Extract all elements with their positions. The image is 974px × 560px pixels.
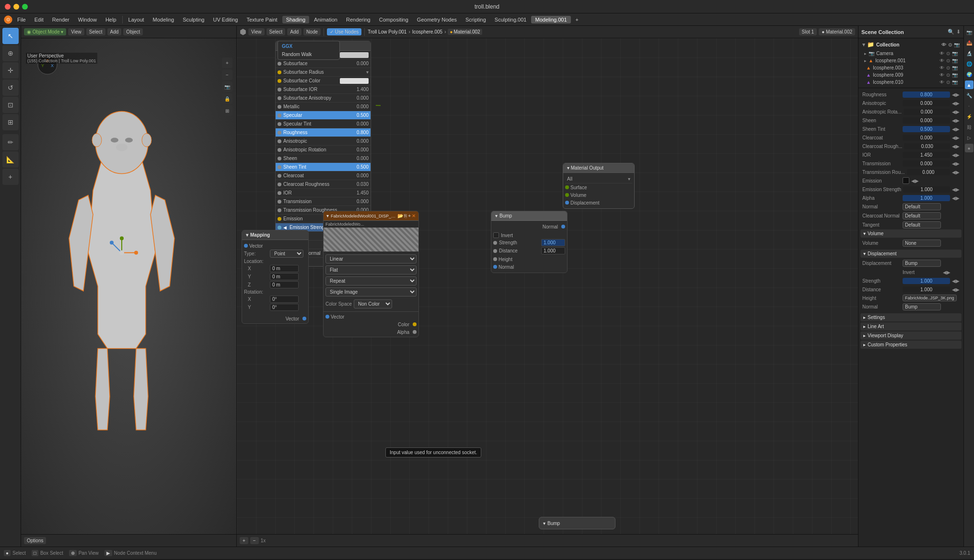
prop-clearcoat[interactable]: Clearcoat 0.000 ◀▶ <box>860 133 962 142</box>
prop-emission[interactable]: Emission ◀▶ <box>860 176 962 185</box>
rtool-modifiers[interactable]: 🔧 <box>965 91 974 100</box>
prop-anisotropic-rot[interactable]: Anisotropic Rota... 0.000 ◀▶ <box>860 107 962 116</box>
bump-strength-input[interactable] <box>541 239 565 246</box>
mat-all-row[interactable]: All ▾ <box>565 175 632 183</box>
disp-strength-value[interactable]: 1.000 <box>903 278 950 284</box>
bsdf-row-specular-tint[interactable]: Specular Tint 0.000 <box>276 120 371 128</box>
custom-properties-section-header[interactable]: ▸ Custom Properties <box>860 341 962 349</box>
workspace-compositing[interactable]: Compositing <box>375 16 412 23</box>
texture-browse-icon[interactable]: 📂 <box>397 213 403 218</box>
collection-item-ico009[interactable]: ▲ Icosphere.009 👁 ⊙ 📷 <box>860 71 962 79</box>
displacement-dropdown[interactable]: Bump <box>903 260 941 267</box>
ico003-eye-icon[interactable]: 👁 <box>939 65 944 70</box>
cam-ren-icon[interactable]: 📷 <box>952 51 958 56</box>
tex-extension-select[interactable]: Flat <box>325 265 417 274</box>
collection-item-ico001[interactable]: ▸ ▲ Icosphere.001 👁 ⊙ 📷 <box>860 57 962 64</box>
workspace-shading[interactable]: Shading <box>282 16 309 23</box>
prop-transmission[interactable]: Transmission 0.000 ◀▶ <box>860 159 962 168</box>
tool-annotate[interactable]: ✏ <box>2 134 19 150</box>
disp-height-file[interactable]: FabricMode..JSP_3K.png <box>903 295 957 301</box>
bsdf-row-transmission[interactable]: Transmission 0.000 <box>276 197 371 206</box>
roughness-value[interactable]: 0.800 <box>903 91 950 98</box>
disp-distance-arrow[interactable]: ◀▶ <box>952 287 960 292</box>
bsdf-row-clearcoat-rough[interactable]: Clearcoat Roughness 0.030 <box>276 180 371 189</box>
prop-sheen-tint[interactable]: Sheen Tint 0.500 ◀▶ <box>860 125 962 133</box>
mapping-type-select[interactable]: Point <box>270 250 303 258</box>
sheen-arrow[interactable]: ◀▶ <box>952 118 960 123</box>
tool-measure[interactable]: 📐 <box>2 151 19 168</box>
panel-filter-icon[interactable]: ⬇ <box>956 29 961 35</box>
prop-volume[interactable]: Volume None <box>860 239 962 248</box>
bsdf-row-subsurface-ior[interactable]: Subsurface IOR 1.400 <box>276 85 371 94</box>
tool-scale[interactable]: ⊡ <box>2 97 19 113</box>
node-view-menu[interactable]: View <box>248 28 265 35</box>
rtool-view[interactable]: 🔬 <box>965 49 974 57</box>
menu-render[interactable]: Render <box>48 16 73 23</box>
rtool-render[interactable]: 📷 <box>965 28 974 36</box>
bump-distance[interactable]: Distance <box>493 247 565 254</box>
workspace-modeling[interactable]: Modeling <box>149 16 178 23</box>
alpha-arrow[interactable]: ◀▶ <box>952 195 960 201</box>
tool-move[interactable]: ✛ <box>2 62 19 79</box>
material-output-header[interactable]: ▾ Material Output <box>563 163 634 173</box>
tex-projection-select[interactable]: Single Image <box>325 287 417 297</box>
rtool-world[interactable]: 🌍 <box>965 70 974 79</box>
ico010-sel-icon[interactable]: ⊙ <box>946 80 950 85</box>
prop-roughness[interactable]: Roughness 0.800 ◀▶ <box>860 90 962 99</box>
nav-zoom-out[interactable]: − <box>222 69 232 80</box>
menu-file[interactable]: File <box>13 16 30 23</box>
transmission-value[interactable]: 0.000 <box>903 160 950 167</box>
mat-surface-row[interactable]: Surface <box>565 183 632 191</box>
workspace-animation[interactable]: Animation <box>310 16 341 23</box>
ico003-ren-icon[interactable]: 📷 <box>952 65 958 70</box>
workspace-rendering[interactable]: Rendering <box>342 16 374 23</box>
disp-invert-arrow[interactable]: ◀▶ <box>943 270 951 275</box>
bsdf-row-specular[interactable]: Specular 0.500 <box>276 111 371 120</box>
menu-help[interactable]: Help <box>102 16 120 23</box>
clearcoat-rough-value[interactable]: 0.030 <box>904 143 950 149</box>
anisotropic-value[interactable]: 0.000 <box>903 100 950 106</box>
prop-sheen[interactable]: Sheen 0.000 ◀▶ <box>860 116 962 125</box>
view-menu[interactable]: View <box>68 28 84 35</box>
emission-arrow[interactable]: ◀▶ <box>911 178 919 183</box>
close-button[interactable] <box>5 4 11 10</box>
node-zoom-in[interactable]: + <box>240 537 248 544</box>
emission-strength-value[interactable]: 1.000 <box>903 186 950 193</box>
object-menu[interactable]: Object <box>123 28 143 35</box>
prop-disp-strength[interactable]: Strength 1.000 ◀▶ <box>860 276 962 285</box>
emission-strength-arrow[interactable]: ◀▶ <box>952 187 960 192</box>
tool-select[interactable]: ↖ <box>2 28 19 44</box>
texture-copy-icon[interactable]: ⎘ <box>404 213 407 218</box>
tool-add[interactable]: + <box>2 169 19 185</box>
use-nodes-btn[interactable]: ✓ Use Nodes <box>327 28 361 35</box>
rtool-constraints[interactable]: ⛓ <box>965 123 974 131</box>
blender-logo[interactable]: ⊙ <box>4 15 12 24</box>
nav-grid[interactable]: ⊞ <box>222 105 232 116</box>
alpha-value[interactable]: 1.000 <box>903 195 950 201</box>
select-menu[interactable]: Select <box>86 28 105 35</box>
tool-rotate[interactable]: ↺ <box>2 80 19 96</box>
rtool-output[interactable]: 📤 <box>965 38 974 47</box>
mat-displacement-row[interactable]: Displacement <box>565 199 632 206</box>
node-zoom-out[interactable]: − <box>250 537 259 544</box>
roughness-arrow[interactable]: ◀▶ <box>952 92 960 97</box>
bsdf-row-clearcoat[interactable]: Clearcoat 0.000 <box>276 171 371 180</box>
subsurface-color-input[interactable] <box>340 78 369 84</box>
disp-normal-value[interactable]: Bump <box>903 303 941 310</box>
node-slot-selector[interactable]: Slot 1 <box>799 28 817 35</box>
ico001-eye-icon[interactable]: 👁 <box>939 58 944 63</box>
emission-swatch[interactable] <box>903 177 909 184</box>
tex-interpolation-select[interactable]: Linear <box>325 254 417 263</box>
tex-repeat-select[interactable]: Repeat <box>325 276 417 286</box>
workspace-scripting[interactable]: Scripting <box>462 16 490 23</box>
mapping-y[interactable]: Y <box>244 273 306 280</box>
tangent-dropdown[interactable]: Default <box>903 221 941 229</box>
prop-disp-invert[interactable]: Invert ◀▶ <box>860 268 962 276</box>
mat-volume-row[interactable]: Volume <box>565 191 632 199</box>
texture-close-icon[interactable]: ✕ <box>412 213 416 218</box>
clearcoat-arrow[interactable]: ◀▶ <box>952 135 960 140</box>
volume-dropdown[interactable]: None <box>903 240 941 247</box>
mapping-header[interactable]: ▾ Mapping <box>242 230 308 240</box>
bsdf-row-roughness[interactable]: Roughness 0.800 <box>276 128 371 137</box>
ior-value[interactable]: 1.450 <box>903 152 950 158</box>
